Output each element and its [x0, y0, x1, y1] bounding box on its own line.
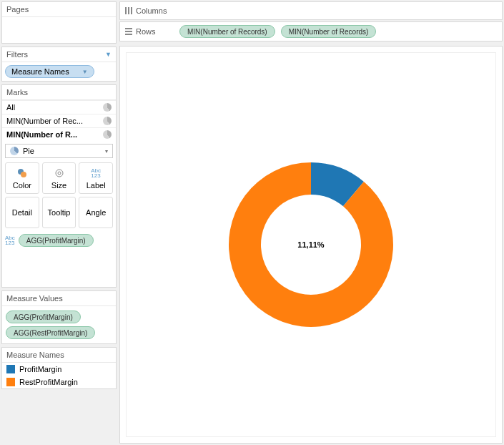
marks-header: Marks [2, 85, 116, 100]
label-pill-profitmargin[interactable]: AGG(ProfitMargin) [19, 234, 94, 247]
color-button[interactable]: Color [5, 162, 39, 194]
measure-names-panel: Measure Names ProfitMargin RestProfitMar… [1, 347, 117, 389]
marks-card-2[interactable]: MIN(Number of R... [2, 127, 116, 141]
svg-point-3 [58, 172, 61, 175]
legend-item[interactable]: RestProfitMargin [2, 376, 116, 388]
row-pill[interactable]: MIN(Number of Records) [179, 25, 275, 38]
measure-values-panel: Measure Values AGG(ProfitMargin) AGG(Res… [1, 290, 117, 344]
filters-header[interactable]: Filters ▼ [2, 47, 116, 62]
size-icon [54, 167, 65, 179]
svg-rect-5 [128, 7, 129, 14]
svg-point-1 [21, 172, 26, 177]
angle-button[interactable]: Angle [79, 197, 113, 228]
visualization-area: 11,11% [119, 46, 503, 444]
color-swatch [6, 378, 15, 386]
chevron-down-icon: ▾ [105, 148, 108, 155]
columns-shelf[interactable]: Columns [119, 1, 503, 20]
chevron-down-icon: ▼ [82, 69, 88, 75]
measure-names-header: Measure Names [2, 348, 116, 363]
size-button[interactable]: Size [42, 162, 76, 194]
svg-rect-9 [125, 34, 132, 35]
marks-panel: Marks All MIN(Number of Rec... MIN(Numbe… [1, 84, 117, 288]
marks-card-all[interactable]: All [2, 100, 116, 114]
label-button[interactable]: Abc123 Label [79, 162, 113, 194]
pie-icon [103, 103, 112, 112]
donut-chart: 11,11% [225, 159, 397, 331]
pie-icon [10, 147, 19, 155]
svg-rect-4 [125, 7, 127, 14]
measure-value-pill[interactable]: AGG(RestProfitMargin) [6, 326, 95, 339]
filters-panel: Filters ▼ Measure Names ▼ [1, 47, 117, 82]
color-swatch [6, 365, 15, 373]
color-icon [16, 167, 28, 179]
detail-button[interactable]: Detail [5, 197, 39, 228]
measure-value-pill[interactable]: AGG(ProfitMargin) [6, 310, 81, 323]
filter-pill-label: Measure Names [11, 67, 69, 76]
rows-icon [124, 27, 133, 36]
label-icon: Abc123 [90, 167, 102, 179]
filters-title: Filters [6, 50, 28, 59]
legend-item[interactable]: ProfitMargin [2, 363, 116, 376]
svg-rect-8 [125, 31, 132, 32]
tooltip-button[interactable]: Tooltip [42, 197, 76, 228]
measure-values-header: Measure Values [2, 291, 116, 306]
chevron-down-icon: ▼ [105, 51, 112, 58]
svg-rect-7 [125, 28, 132, 29]
row-pill[interactable]: MIN(Number of Records) [281, 25, 377, 38]
svg-rect-6 [131, 7, 132, 14]
rows-shelf[interactable]: Rows MIN(Number of Records) MIN(Number o… [119, 21, 503, 41]
pages-panel: Pages [1, 1, 117, 44]
pie-icon [103, 130, 112, 139]
filter-pill-measure-names[interactable]: Measure Names ▼ [5, 65, 94, 78]
chart-center-label: 11,11% [297, 240, 324, 249]
pie-icon [103, 117, 112, 125]
pages-header: Pages [2, 2, 116, 17]
svg-point-2 [56, 170, 63, 177]
marks-card-1[interactable]: MIN(Number of Rec... [2, 114, 116, 127]
label-icon: Abc123 [5, 235, 15, 245]
columns-icon [124, 6, 133, 15]
mark-type-select[interactable]: Pie ▾ [5, 144, 113, 158]
